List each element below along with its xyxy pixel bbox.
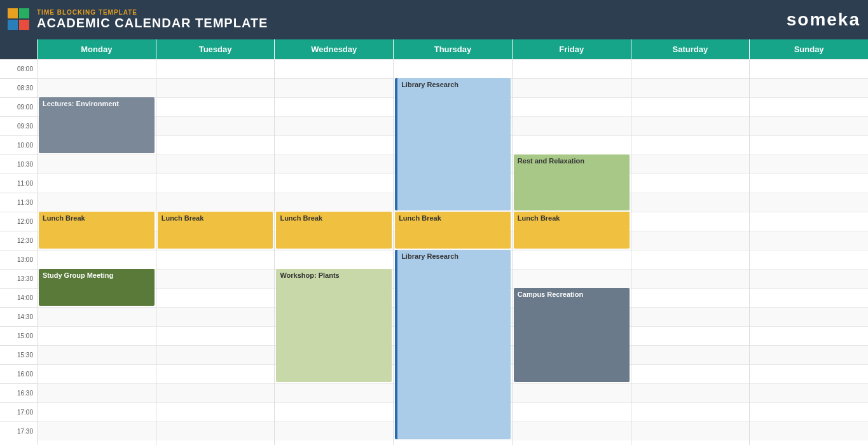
time-label-1400: 14:00	[0, 288, 37, 307]
time-label-1000: 10:00	[0, 135, 37, 154]
time-label-1730: 17:30	[0, 421, 37, 441]
time-label-1500: 15:00	[0, 326, 37, 345]
svg-rect-3	[19, 20, 29, 30]
header-titles: TIME BLOCKING TEMPLATE ACADEMIC CALENDAR…	[37, 9, 268, 31]
wednesday-lunch-break[interactable]: Lunch Break	[276, 212, 392, 249]
day-header-friday: Friday	[512, 39, 631, 59]
time-label-1630: 16:30	[0, 383, 37, 402]
brand-text: so	[787, 10, 810, 29]
friday-column: Rest and Relaxation Lunch Break Campus R…	[512, 59, 631, 445]
friday-lunch-break[interactable]: Lunch Break	[514, 212, 630, 249]
time-label-0800: 08:00	[0, 59, 37, 78]
tuesday-column: Lunch Break	[156, 59, 275, 445]
day-header-monday: Monday	[37, 39, 156, 59]
wednesday-workshop-plants[interactable]: Workshop: Plants	[276, 269, 392, 382]
calendar-container: Monday Tuesday Wednesday Thursday Friday…	[0, 39, 868, 445]
svg-rect-0	[8, 8, 18, 18]
thursday-library-research-top[interactable]: Library Research	[395, 78, 511, 210]
time-header-empty	[0, 39, 37, 59]
time-label-1700: 17:00	[0, 402, 37, 421]
time-label-1100: 11:00	[0, 174, 37, 193]
day-header-thursday: Thursday	[393, 39, 512, 59]
tuesday-lunch-break[interactable]: Lunch Break	[158, 212, 273, 249]
thursday-library-research-bottom[interactable]: Library Research	[395, 250, 511, 439]
day-header-wednesday: Wednesday	[274, 39, 393, 59]
time-label-1030: 10:30	[0, 154, 37, 174]
header: TIME BLOCKING TEMPLATE ACADEMIC CALENDAR…	[0, 0, 868, 39]
time-label-1130: 11:30	[0, 193, 37, 212]
friday-campus-recreation[interactable]: Campus Recreation	[514, 288, 630, 382]
header-title: ACADEMIC CALENDAR TEMPLATE	[37, 16, 268, 31]
monday-lunch-break[interactable]: Lunch Break	[39, 212, 155, 249]
time-grid: 08:00 08:30 09:00 09:30 10:00 10:30 11:0…	[0, 59, 868, 445]
time-label-1600: 16:00	[0, 364, 37, 383]
time-label-1300: 13:00	[0, 250, 37, 269]
time-label-0900: 09:00	[0, 97, 37, 116]
svg-rect-2	[8, 20, 18, 30]
monday-column: Lectures: Environment Lunch Break Study …	[37, 59, 156, 445]
time-labels-column: 08:00 08:30 09:00 09:30 10:00 10:30 11:0…	[0, 59, 37, 445]
day-headers: Monday Tuesday Wednesday Thursday Friday…	[0, 39, 868, 59]
brand-name: someka	[787, 10, 860, 30]
header-left: TIME BLOCKING TEMPLATE ACADEMIC CALENDAR…	[8, 8, 268, 31]
logo-icon	[8, 8, 31, 31]
day-header-saturday: Saturday	[631, 39, 750, 59]
monday-lectures-env[interactable]: Lectures: Environment	[39, 97, 155, 153]
monday-study-group[interactable]: Study Group Meeting	[39, 269, 155, 306]
saturday-column	[631, 59, 750, 445]
friday-rest-relaxation[interactable]: Rest and Relaxation	[514, 154, 630, 210]
time-label-0830: 08:30	[0, 78, 37, 97]
time-label-1230: 12:30	[0, 231, 37, 250]
thursday-lunch-break[interactable]: Lunch Break	[395, 212, 511, 249]
header-subtitle: TIME BLOCKING TEMPLATE	[37, 9, 268, 16]
time-label-1430: 14:30	[0, 307, 37, 326]
time-label-0930: 09:30	[0, 116, 37, 135]
time-label-1530: 15:30	[0, 345, 37, 364]
sunday-column	[749, 59, 868, 445]
day-header-tuesday: Tuesday	[156, 39, 275, 59]
thursday-column: Library Research Lunch Break Library Res…	[393, 59, 512, 445]
day-header-sunday: Sunday	[749, 39, 868, 59]
svg-rect-1	[19, 8, 29, 18]
time-label-1200: 12:00	[0, 212, 37, 231]
time-label-1330: 13:30	[0, 269, 37, 288]
wednesday-column: Lunch Break Workshop: Plants	[274, 59, 393, 445]
